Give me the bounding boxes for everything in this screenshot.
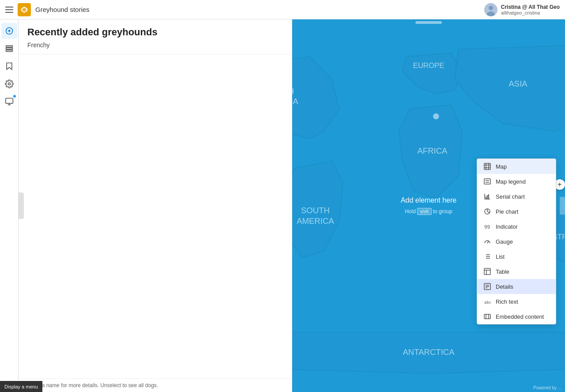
shift-hint: Hold shift to group [401,208,456,215]
menu-item-map-legend[interactable]: Map legend [477,174,556,189]
menu-item-pie-chart-label: Pie chart [496,208,518,215]
map-legend-icon [483,177,491,185]
svg-rect-28 [484,179,490,184]
header: Greyhound stories Cristina @ All That Ge… [0,0,565,19]
table-icon [483,268,491,275]
svg-text:AMERICA: AMERICA [292,97,298,106]
svg-text:ASIA: ASIA [508,79,527,88]
svg-text:EUROPE: EUROPE [413,61,444,70]
menu-item-map[interactable]: Map [477,159,556,174]
add-element-overlay: Add element here Hold shift to group [401,196,456,215]
content-subtitle: Frenchy [27,41,283,49]
svg-rect-53 [484,314,490,319]
menu-item-map-legend-label: Map legend [496,178,526,185]
menu-item-embedded-content-label: Embedded content [496,313,544,320]
indicator-icon: 99 [483,222,491,230]
sidebar-item-data[interactable] [1,94,17,109]
content-panel: Recently added greyhounds Frenchy Select… [19,19,292,392]
page-title: Recently added greyhounds [27,26,283,38]
sidebar-item-bookmarks[interactable] [1,58,17,74]
menu-item-serial-chart[interactable]: Serial chart [477,189,556,204]
menu-item-list[interactable]: List [477,249,556,264]
menu-item-rich-text[interactable]: abc Rich text [477,294,556,309]
menu-item-rich-text-label: Rich text [496,298,518,305]
sidebar-item-add[interactable] [1,23,17,39]
menu-item-embedded-content[interactable]: Embedded content [477,309,556,324]
content-header: Recently added greyhounds Frenchy [19,19,292,54]
svg-text:99: 99 [484,224,490,230]
embedded-icon [483,313,491,320]
details-icon [483,283,491,290]
menu-item-details[interactable]: Details [477,279,556,294]
svg-text:ANTARCTICA: ANTARCTICA [403,347,455,357]
svg-rect-34 [487,195,488,199]
map-top-drag-handle[interactable] [415,21,442,24]
svg-rect-45 [484,268,490,275]
menu-item-table-label: Table [496,268,509,275]
svg-text:NORTH: NORTH [292,87,294,96]
svg-rect-27 [484,163,490,170]
sidebar [0,19,19,392]
shift-key: shift [417,208,431,215]
menu-item-serial-chart-label: Serial chart [496,193,525,200]
user-info: Cristina @ All That Geo allthatgeo_crist… [501,4,560,15]
svg-rect-13 [5,98,13,104]
display-menu-label: Display a menu [4,384,38,389]
menu-item-map-label: Map [496,163,507,170]
user-handle: allthatgeo_cristina [501,10,560,15]
svg-rect-35 [488,194,489,199]
svg-rect-9 [6,48,12,49]
menu-item-list-label: List [496,253,505,260]
element-type-dropdown: Map Map legend [477,158,556,324]
map-resize-handle[interactable] [560,197,565,215]
header-left: Greyhound stories [5,3,90,16]
svg-text:SOUTH: SOUTH [301,206,330,215]
menu-item-pie-chart[interactable]: Pie chart [477,204,556,219]
serial-chart-icon [483,192,491,200]
menu-item-gauge[interactable]: Gauge [477,234,556,249]
content-body [19,54,292,392]
map-area[interactable]: NORTH AMERICA SOUTH AMERICA ASIA AFRICA … [292,19,565,392]
hamburger-menu[interactable] [5,7,13,13]
list-icon [483,253,491,260]
menu-item-indicator-label: Indicator [496,223,518,230]
app-logo-icon [18,3,31,16]
svg-rect-10 [6,50,12,51]
pie-chart-icon [483,207,491,215]
status-bar: Display a menu [0,381,42,392]
svg-point-3 [489,6,493,10]
menu-item-details-label: Details [496,283,513,290]
bottom-hint: Select a name for more details. Unselect… [19,378,292,392]
gauge-icon [483,237,491,245]
header-right: Cristina @ All That Geo allthatgeo_crist… [484,3,560,16]
user-name: Cristina @ All That Geo [501,4,560,10]
rich-text-icon: abc [483,298,491,305]
scroll-indicator[interactable] [19,192,24,219]
menu-item-gauge-label: Gauge [496,238,513,245]
map-icon [483,162,491,170]
sidebar-item-layers[interactable] [1,41,17,57]
svg-marker-11 [7,63,12,70]
svg-rect-8 [6,45,12,47]
menu-item-table[interactable]: Table [477,264,556,279]
svg-text:AMERICA: AMERICA [297,216,334,226]
svg-text:AFRICA: AFRICA [417,146,448,155]
svg-line-38 [487,241,489,243]
add-element-text: Add element here [401,196,456,204]
svg-text:abc: abc [484,300,491,305]
sidebar-item-settings[interactable] [1,76,17,92]
app-title: Greyhound stories [35,6,90,13]
main-layout: Recently added greyhounds Frenchy Select… [0,19,565,392]
svg-rect-33 [486,196,486,199]
avatar [484,3,497,16]
powered-by: Powered by ... [533,385,561,390]
menu-item-indicator[interactable]: 99 Indicator [477,219,556,234]
svg-point-26 [433,113,439,120]
svg-point-12 [8,83,10,85]
